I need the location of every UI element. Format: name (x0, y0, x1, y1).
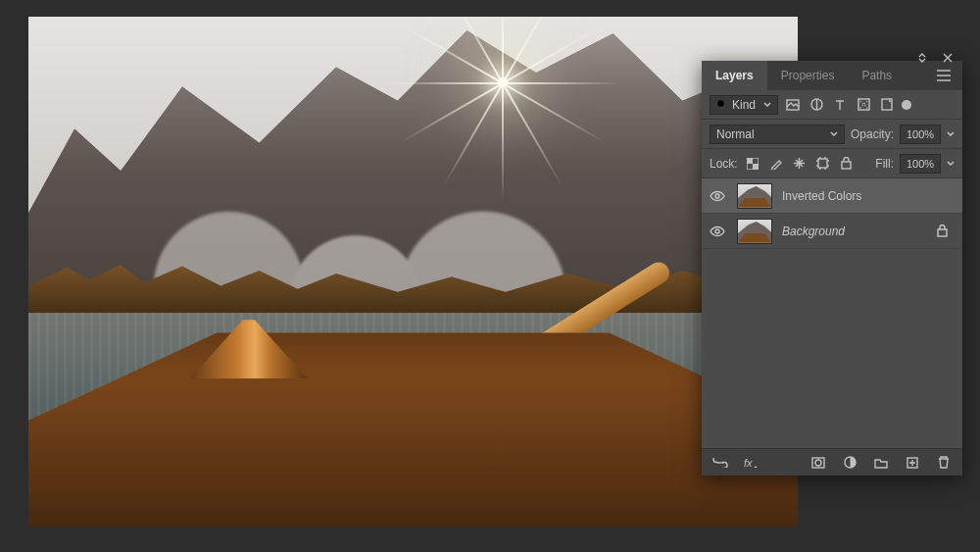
layer-name[interactable]: Inverted Colors (782, 189, 927, 203)
layers-panel: Layers Properties Paths Kind Normal Opac… (702, 61, 962, 476)
svg-rect-6 (753, 164, 759, 170)
layer-list: Inverted Colors Background (702, 178, 962, 448)
image-ray (502, 17, 504, 83)
image-ray (502, 83, 504, 201)
filter-kind-select[interactable]: Kind (710, 95, 778, 115)
filter-smartobject-icon[interactable] (878, 96, 896, 114)
blend-row: Normal Opacity: 100% (702, 120, 962, 149)
layer-name[interactable]: Background (782, 225, 927, 238)
chevron-down-icon (763, 101, 771, 109)
lock-pixels-icon[interactable] (767, 155, 785, 173)
svg-rect-8 (818, 159, 827, 168)
svg-rect-12 (938, 229, 947, 236)
fill-input[interactable]: 100% (900, 154, 941, 174)
chevron-down-icon[interactable] (947, 130, 955, 138)
group-icon[interactable] (872, 454, 890, 472)
layer-thumbnail[interactable] (737, 219, 772, 244)
visibility-toggle-icon[interactable] (710, 226, 727, 237)
layer-row[interactable]: Background (702, 214, 962, 249)
layer-filter-row: Kind (702, 90, 962, 120)
lock-position-icon[interactable] (791, 155, 808, 173)
filter-adjustment-icon[interactable] (808, 96, 825, 114)
filter-toggle-icon[interactable] (902, 100, 911, 110)
svg-point-15 (815, 460, 821, 466)
svg-text:fx: fx (744, 457, 753, 469)
blend-mode-select[interactable]: Normal (710, 125, 845, 144)
filter-shape-icon[interactable] (855, 96, 872, 114)
svg-rect-9 (842, 162, 851, 169)
layer-row[interactable]: Inverted Colors (702, 178, 962, 214)
filter-pixel-icon[interactable] (784, 96, 802, 114)
delete-layer-icon[interactable] (935, 454, 953, 472)
collapse-icon[interactable] (913, 49, 931, 67)
chevron-down-icon[interactable] (947, 160, 955, 168)
layer-thumbnail[interactable] (737, 183, 772, 209)
tab-paths[interactable]: Paths (848, 61, 906, 90)
lock-transparency-icon[interactable] (744, 155, 761, 173)
tab-layers[interactable]: Layers (702, 61, 767, 90)
lock-row: Lock: Fill: 100% (702, 149, 962, 178)
svg-point-11 (715, 229, 719, 233)
panel-menu-icon[interactable] (937, 70, 962, 81)
image-ray (503, 82, 620, 84)
lock-label: Lock: (710, 157, 738, 171)
svg-point-0 (717, 100, 724, 107)
lock-artboard-icon[interactable] (814, 155, 832, 173)
image-ray (385, 82, 503, 84)
layer-mask-icon[interactable] (809, 454, 827, 472)
canvas[interactable] (28, 17, 798, 527)
layers-footer: fx (702, 448, 962, 476)
svg-point-10 (715, 194, 719, 198)
svg-rect-5 (747, 158, 753, 164)
chevron-down-icon (830, 130, 838, 138)
lock-icon[interactable] (937, 225, 955, 237)
new-layer-icon[interactable] (904, 454, 921, 472)
close-icon[interactable] (939, 49, 956, 67)
search-icon (716, 99, 727, 110)
panel-controls (913, 54, 956, 61)
filter-type-icon[interactable] (831, 96, 849, 114)
svg-rect-3 (858, 99, 869, 110)
visibility-toggle-icon[interactable] (710, 190, 727, 202)
link-layers-icon[interactable] (711, 454, 729, 472)
lock-all-icon[interactable] (838, 155, 856, 173)
tab-properties[interactable]: Properties (767, 61, 849, 90)
layer-style-icon[interactable]: fx (743, 454, 760, 472)
adjustment-layer-icon[interactable] (841, 454, 858, 472)
blend-mode-value: Normal (716, 127, 755, 141)
fill-label: Fill: (875, 157, 894, 171)
opacity-input[interactable]: 100% (900, 125, 941, 144)
filter-kind-label: Kind (732, 98, 756, 112)
opacity-label: Opacity: (851, 127, 894, 141)
